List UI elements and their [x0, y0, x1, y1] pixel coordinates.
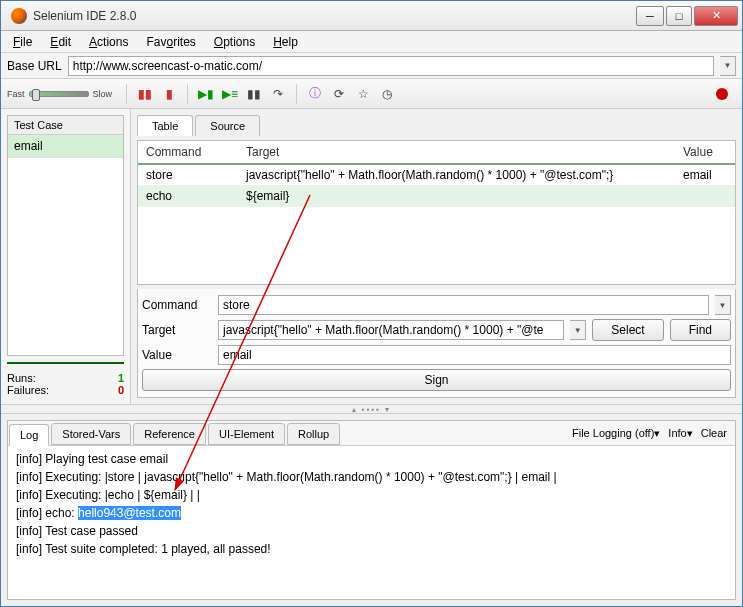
log-level-toggle[interactable]: Info▾: [668, 427, 692, 440]
menu-favorites[interactable]: Favorites: [138, 33, 203, 51]
pause-icon[interactable]: ▮▮: [244, 84, 264, 104]
logtab-reference[interactable]: Reference: [133, 423, 206, 445]
star-icon[interactable]: ☆: [353, 84, 373, 104]
title-bar: Selenium IDE 2.8.0 ─ □ ✕: [1, 1, 742, 31]
window-title: Selenium IDE 2.8.0: [33, 9, 636, 23]
base-url-dropdown[interactable]: ▼: [720, 56, 736, 76]
target-label: Target: [142, 323, 212, 337]
menu-edit[interactable]: Edit: [42, 33, 79, 51]
value-input[interactable]: [218, 345, 731, 365]
failures-value: 0: [118, 384, 124, 396]
menu-help[interactable]: Help: [265, 33, 306, 51]
menu-options[interactable]: Options: [206, 33, 263, 51]
play-test-icon[interactable]: ▶≡: [220, 84, 240, 104]
command-dropdown[interactable]: ▼: [715, 295, 731, 315]
runs-label: Runs:: [7, 372, 36, 384]
splitter[interactable]: ▴ ▪▪▪▪ ▾: [1, 404, 742, 414]
file-logging-toggle[interactable]: File Logging (off)▾: [572, 427, 660, 440]
rollup-icon[interactable]: ⓘ: [305, 84, 325, 104]
speed-slider[interactable]: [29, 91, 89, 97]
failures-label: Failures:: [7, 384, 49, 396]
menu-file[interactable]: File: [5, 33, 40, 51]
scheduler-icon[interactable]: ◷: [377, 84, 397, 104]
tab-table[interactable]: Table: [137, 115, 193, 136]
menu-actions[interactable]: Actions: [81, 33, 136, 51]
reload-icon[interactable]: ⟳: [329, 84, 349, 104]
record-icon[interactable]: [716, 88, 728, 100]
play-suite-icon[interactable]: ▶▮: [196, 84, 216, 104]
log-line: [info] Test case passed: [16, 522, 727, 540]
value-label: Value: [142, 348, 212, 362]
base-url-input[interactable]: [68, 56, 714, 76]
command-label: Command: [142, 298, 212, 312]
speed-slow-label: Slow: [93, 89, 113, 99]
target-input[interactable]: [218, 320, 564, 340]
logtab-rollup[interactable]: Rollup: [287, 423, 340, 445]
clear-log-button[interactable]: Clear: [701, 427, 727, 439]
log-line: [info] echo: hello943@test.com: [16, 504, 727, 522]
command-input[interactable]: [218, 295, 709, 315]
testcase-header: Test Case: [8, 116, 123, 135]
logtab-storedvars[interactable]: Stored-Vars: [51, 423, 131, 445]
stop-icon[interactable]: ▮: [159, 84, 179, 104]
col-target[interactable]: Target: [238, 141, 675, 164]
echo-result-highlight: hello943@test.com: [78, 506, 181, 520]
log-body: [info] Playing test case email [info] Ex…: [8, 446, 735, 599]
runs-value: 1: [118, 372, 124, 384]
tab-source[interactable]: Source: [195, 115, 260, 136]
col-command[interactable]: Command: [138, 141, 238, 164]
col-value[interactable]: Value: [675, 141, 735, 164]
speed-fast-label: Fast: [7, 89, 25, 99]
base-url-row: Base URL ▼: [1, 53, 742, 79]
maximize-button[interactable]: □: [666, 6, 692, 26]
table-row[interactable]: store javascript{"hello" + Math.floor(Ma…: [138, 164, 735, 186]
find-button[interactable]: Find: [670, 319, 731, 341]
step-icon[interactable]: ↷: [268, 84, 288, 104]
target-dropdown[interactable]: ▼: [570, 320, 586, 340]
log-line: [info] Test suite completed: 1 played, a…: [16, 540, 727, 558]
minimize-button[interactable]: ─: [636, 6, 664, 26]
testcase-item[interactable]: email: [8, 135, 123, 158]
logtab-uielement[interactable]: UI-Element: [208, 423, 285, 445]
log-line: [info] Executing: |echo | ${email} | |: [16, 486, 727, 504]
log-line: [info] Executing: |store | javascript{"h…: [16, 468, 727, 486]
log-line: [info] Playing test case email: [16, 450, 727, 468]
table-row[interactable]: echo ${email}: [138, 186, 735, 207]
toolbar: Fast Slow ▮▮ ▮ ▶▮ ▶≡ ▮▮ ↷ ⓘ ⟳ ☆ ◷: [1, 79, 742, 109]
sign-button[interactable]: Sign: [142, 369, 731, 391]
base-url-label: Base URL: [7, 59, 62, 73]
select-button[interactable]: Select: [592, 319, 663, 341]
close-button[interactable]: ✕: [694, 6, 738, 26]
stop-test-icon[interactable]: ▮▮: [135, 84, 155, 104]
logtab-log[interactable]: Log: [9, 424, 49, 446]
firefox-icon: [11, 8, 27, 24]
progress-bar: [7, 362, 124, 364]
menu-bar: File Edit Actions Favorites Options Help: [1, 31, 742, 53]
